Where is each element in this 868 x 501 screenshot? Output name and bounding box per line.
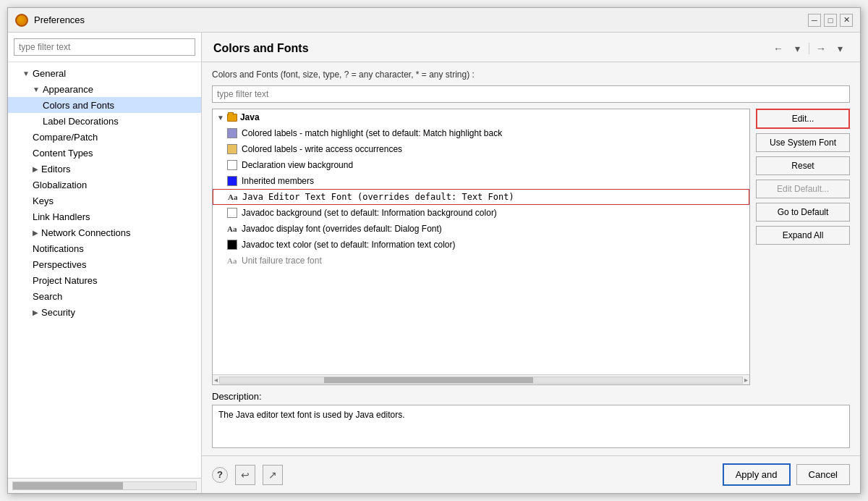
font-row-java-editor-text[interactable]: Aa Java Editor Text Font (overrides defa…: [213, 189, 749, 205]
font-row-colored-highlight[interactable]: Colored labels - match highlight (set to…: [213, 125, 749, 141]
sidebar-item-search[interactable]: Search: [8, 288, 201, 304]
edit-default-button[interactable]: Edit Default...: [756, 180, 850, 198]
sidebar-item-link-handlers[interactable]: Link Handlers: [8, 209, 201, 224]
window-title: Preferences: [34, 14, 85, 25]
font-row-javadoc-text-color[interactable]: Javadoc text color (set to default: Info…: [213, 237, 749, 253]
font-label-javadoc-background: Javadoc background (set to default: Info…: [242, 208, 497, 218]
java-group-header[interactable]: ▼ Java: [213, 109, 749, 125]
sidebar: ▼ General ▼ Appearance Colors and Fonts …: [8, 33, 202, 493]
bottom-left: ? ↩ ↗: [212, 465, 283, 485]
sidebar-search-box: [8, 33, 201, 62]
sidebar-item-compare-patch[interactable]: Compare/Patch: [8, 129, 201, 145]
network-arrow: ▶: [33, 229, 38, 237]
hscroll-track[interactable]: [219, 376, 743, 384]
back-button[interactable]: ←: [770, 40, 787, 57]
sidebar-item-label-colors-fonts: Colors and Fonts: [43, 100, 114, 111]
font-label-javadoc-text-color: Javadoc text color (set to default: Info…: [242, 240, 455, 250]
sidebar-item-label-decorations[interactable]: Label Decorations: [8, 113, 201, 129]
sidebar-item-globalization[interactable]: Globalization: [8, 177, 201, 193]
sidebar-item-editors[interactable]: ▶ Editors: [8, 161, 201, 177]
sidebar-item-perspectives[interactable]: Perspectives: [8, 256, 201, 272]
sidebar-item-label-network-connections: Network Connections: [41, 227, 131, 238]
sidebar-item-label-appearance: Appearance: [43, 84, 93, 95]
font-row-javadoc-background[interactable]: Javadoc background (set to default: Info…: [213, 205, 749, 221]
hscroll-right-arrow[interactable]: ▸: [743, 376, 749, 384]
font-label-inherited-members: Inherited members: [242, 176, 314, 186]
security-arrow: ▶: [33, 308, 38, 316]
close-button[interactable]: ✕: [840, 14, 853, 27]
font-label-java-editor-text: Java Editor Text Font (overrides default…: [242, 192, 514, 202]
color-swatch-declaration: [227, 160, 237, 170]
help-button[interactable]: ?: [212, 467, 228, 483]
use-system-font-button[interactable]: Use System Font: [756, 133, 850, 152]
font-row-colored-write[interactable]: Colored labels - write access occurrence…: [213, 141, 749, 157]
sidebar-item-label-compare-patch: Compare/Patch: [33, 132, 98, 143]
forward-button[interactable]: →: [812, 40, 830, 57]
bottom-right: Apply and Cancel: [723, 463, 850, 486]
maximize-button[interactable]: □: [824, 14, 837, 27]
sidebar-item-project-natures[interactable]: Project Natures: [8, 272, 201, 288]
java-folder-icon: [227, 114, 237, 122]
sidebar-item-network-connections[interactable]: ▶ Network Connections: [8, 224, 201, 240]
filter-label: Colors and Fonts (font, size, type, ? = …: [212, 70, 850, 80]
sidebar-item-label-editors: Editors: [41, 164, 70, 174]
font-row-javadoc-display-font[interactable]: Aa Javadoc display font (overrides defau…: [213, 221, 749, 237]
sidebar-item-colors-fonts[interactable]: Colors and Fonts: [8, 97, 201, 113]
panel-title: Colors and Fonts: [213, 42, 309, 55]
sidebar-item-label-search: Search: [33, 291, 62, 302]
sidebar-hscroll-track[interactable]: [12, 481, 197, 490]
sidebar-item-keys[interactable]: Keys: [8, 193, 201, 209]
apply-and-close-button[interactable]: Apply and: [723, 463, 791, 486]
title-bar-left: Preferences: [15, 14, 85, 27]
color-swatch-javadoc-text: [227, 240, 237, 250]
back-dropdown-button[interactable]: ▾: [788, 40, 806, 57]
font-row-unit-failure[interactable]: Aa Unit failure trace font: [213, 253, 749, 269]
reset-button[interactable]: Reset: [756, 156, 850, 175]
font-aa-icon-javadoc-display: Aa: [227, 224, 237, 233]
hscroll-left-arrow[interactable]: ◂: [213, 376, 219, 384]
hscroll-thumb: [324, 377, 533, 383]
forward-dropdown-button[interactable]: ▾: [831, 40, 848, 57]
sidebar-item-label-perspectives: Perspectives: [33, 259, 86, 270]
font-aa-icon-java-editor: Aa: [228, 193, 238, 201]
app-icon: [15, 14, 28, 27]
font-row-inherited-members[interactable]: Inherited members: [213, 173, 749, 189]
sidebar-hscroll-thumb: [13, 482, 123, 489]
font-label-unit-failure: Unit failure trace font: [242, 256, 322, 266]
fonts-hscroll: ◂ ▸: [213, 374, 749, 384]
font-row-declaration-view[interactable]: Declaration view background: [213, 157, 749, 173]
cancel-button[interactable]: Cancel: [796, 464, 850, 485]
filter-input[interactable]: [212, 85, 850, 103]
sidebar-item-content-types[interactable]: Content Types: [8, 145, 201, 161]
title-buttons: ─ □ ✕: [808, 14, 853, 27]
sidebar-item-label-project-natures: Project Natures: [33, 275, 98, 286]
sidebar-item-label-security: Security: [41, 307, 75, 318]
font-label-colored-highlight: Colored labels - match highlight (set to…: [242, 128, 502, 138]
panel-toolbar: ← ▾ → ▾: [770, 40, 848, 57]
sidebar-item-security[interactable]: ▶ Security: [8, 304, 201, 320]
color-swatch-highlight: [227, 128, 237, 138]
java-group-label: Java: [240, 112, 260, 122]
edit-button[interactable]: Edit...: [756, 109, 850, 129]
minimize-button[interactable]: ─: [808, 14, 821, 27]
window-body: ▼ General ▼ Appearance Colors and Fonts …: [8, 33, 860, 493]
font-label-javadoc-display-font: Javadoc display font (overrides default:…: [242, 224, 442, 234]
color-swatch-write: [227, 144, 237, 154]
toolbar-separator: [809, 43, 809, 54]
sidebar-item-label-link-handlers: Link Handlers: [33, 211, 90, 222]
java-tree-arrow: ▼: [217, 114, 224, 122]
sidebar-item-label-general: General: [33, 68, 66, 79]
main-panel: Colors and Fonts ← ▾ → ▾ Colors and Font…: [202, 33, 860, 493]
export-button[interactable]: ↗: [263, 465, 283, 485]
go-to-default-button[interactable]: Go to Default: [756, 203, 850, 222]
sidebar-item-appearance[interactable]: ▼ Appearance: [8, 81, 201, 97]
font-aa-icon-unit-failure: Aa: [227, 256, 237, 265]
sidebar-item-label-keys: Keys: [33, 195, 54, 206]
sidebar-item-notifications[interactable]: Notifications: [8, 240, 201, 256]
sidebar-item-label-globalization: Globalization: [33, 180, 87, 190]
restore-defaults-button[interactable]: ↩: [235, 465, 255, 485]
sidebar-search-input[interactable]: [14, 38, 195, 56]
sidebar-item-general[interactable]: ▼ General: [8, 65, 201, 81]
expand-all-button[interactable]: Expand All: [756, 226, 850, 245]
bottom-bar: ? ↩ ↗ Apply and Cancel: [202, 455, 860, 493]
